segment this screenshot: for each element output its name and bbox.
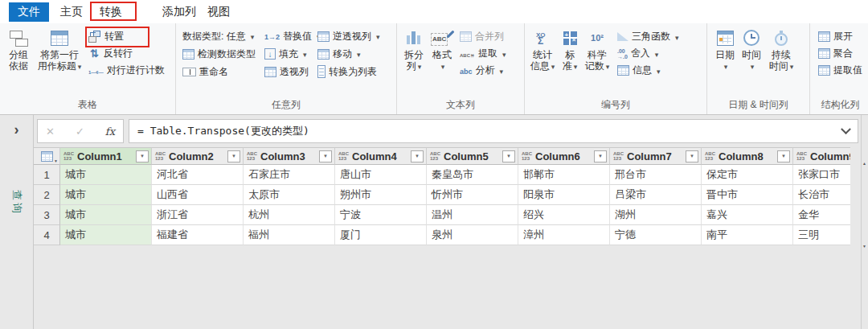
data-cell[interactable]: 朔州市: [335, 185, 427, 205]
cancel-formula-icon[interactable]: [46, 124, 55, 138]
column-filter-button[interactable]: [136, 150, 149, 162]
format-button[interactable]: 格式: [432, 27, 452, 72]
data-cell[interactable]: 湖州: [610, 205, 702, 225]
data-cell[interactable]: 城市: [60, 185, 152, 205]
data-type-button[interactable]: 数据类型: 任意: [181, 28, 260, 45]
group-by-button[interactable]: 分组依据: [5, 27, 32, 72]
data-cell[interactable]: 山西省: [152, 185, 244, 205]
unpivot-columns-button[interactable]: 逆透视列: [316, 28, 403, 45]
data-cell[interactable]: 三明: [793, 225, 850, 245]
data-cell[interactable]: 吕梁市: [610, 185, 702, 205]
column-header-column1[interactable]: ABC123Column1: [60, 147, 152, 165]
reverse-rows-button[interactable]: ⇅ 反转行: [87, 45, 166, 62]
column-filter-button[interactable]: [594, 150, 607, 162]
pivot-column-button[interactable]: 透视列: [263, 64, 313, 80]
aggregate-button[interactable]: 聚合: [817, 45, 868, 62]
duration-button[interactable]: 持续时间: [768, 27, 794, 72]
tab-view[interactable]: 视图: [204, 2, 233, 22]
information-button[interactable]: 信息: [616, 62, 681, 79]
column-filter-button[interactable]: [411, 150, 424, 162]
row-number[interactable]: 3: [34, 205, 60, 225]
column-filter-button[interactable]: [319, 150, 332, 162]
tab-file[interactable]: 文件: [9, 2, 49, 22]
data-cell[interactable]: 阳泉市: [518, 185, 610, 205]
data-cell[interactable]: 南平: [702, 225, 793, 245]
scientific-button[interactable]: 科学记数: [584, 27, 610, 72]
column-header-column2[interactable]: ABC123Column2: [152, 147, 244, 165]
data-cell[interactable]: 保定市: [702, 165, 793, 185]
data-cell[interactable]: 嘉兴: [702, 205, 793, 225]
column-header-column7[interactable]: ABC123Column7: [610, 147, 702, 165]
time-button[interactable]: 时间: [742, 27, 761, 72]
row-number[interactable]: 4: [34, 225, 60, 245]
column-header-column9[interactable]: ABC123Column9: [793, 147, 850, 165]
data-cell[interactable]: 厦门: [335, 225, 427, 245]
vertical-scrollbar[interactable]: ▲ ▼: [861, 115, 868, 329]
rounding-button[interactable]: 舍入: [616, 45, 681, 62]
data-cell[interactable]: 城市: [60, 165, 152, 185]
move-button[interactable]: 移动: [316, 46, 403, 63]
extract-values-button[interactable]: 提取值: [817, 62, 868, 79]
tab-transform[interactable]: 转换: [96, 2, 125, 22]
convert-to-list-button[interactable]: 转换为列表: [316, 64, 403, 80]
standard-button[interactable]: 标准: [561, 27, 579, 72]
row-number[interactable]: 2: [34, 185, 60, 205]
data-cell[interactable]: 宁波: [335, 205, 427, 225]
data-cell[interactable]: 太原市: [244, 185, 335, 205]
column-header-column4[interactable]: ABC123Column4: [335, 147, 427, 165]
data-cell[interactable]: 福州: [244, 225, 335, 245]
data-cell[interactable]: 浙江省: [152, 205, 244, 225]
data-cell[interactable]: 石家庄市: [244, 165, 335, 185]
data-cell[interactable]: 金华: [793, 205, 850, 225]
tab-add-column[interactable]: 添加列: [159, 2, 199, 22]
use-first-row-as-headers-button[interactable]: 将第一行用作标题: [37, 27, 82, 72]
data-cell[interactable]: 秦皇岛市: [427, 165, 518, 185]
data-cell[interactable]: 长治市: [793, 185, 850, 205]
column-header-column6[interactable]: ABC123Column6: [518, 147, 610, 165]
data-cell[interactable]: 忻州市: [427, 185, 518, 205]
data-cell[interactable]: 绍兴: [518, 205, 610, 225]
select-all-cell[interactable]: [34, 147, 60, 165]
data-cell[interactable]: 邯郸市: [518, 165, 610, 185]
scroll-down-icon[interactable]: ▼: [862, 244, 866, 249]
commit-formula-icon[interactable]: [76, 124, 84, 138]
transpose-button[interactable]: 转置: [87, 28, 166, 45]
merge-columns-button[interactable]: 合并列: [458, 28, 508, 45]
count-rows-button[interactable]: 对行进行计数: [87, 62, 166, 79]
column-filter-button[interactable]: [777, 150, 790, 162]
data-cell[interactable]: 城市: [60, 225, 152, 245]
extract-button[interactable]: 提取: [458, 45, 508, 62]
column-filter-button[interactable]: [686, 150, 698, 162]
column-filter-button[interactable]: [502, 150, 515, 162]
rename-button[interactable]: 重命名: [181, 64, 260, 80]
column-header-column8[interactable]: ABC123Column8: [702, 147, 793, 165]
split-column-button[interactable]: 拆分列: [402, 27, 426, 72]
tab-home[interactable]: 主页: [57, 2, 86, 22]
scroll-up-icon[interactable]: ▲: [862, 161, 866, 166]
data-cell[interactable]: 泉州: [427, 225, 518, 245]
date-button[interactable]: 日期: [715, 27, 735, 72]
expand-query-pane-button[interactable]: [9, 121, 25, 138]
data-cell[interactable]: 张家口市: [793, 165, 850, 185]
replace-values-button[interactable]: 替换值: [263, 28, 313, 45]
data-cell[interactable]: 福建省: [152, 225, 244, 245]
column-header-column3[interactable]: ABC123Column3: [244, 147, 335, 165]
column-filter-button[interactable]: [227, 150, 240, 162]
detect-data-type-button[interactable]: 检测数据类型: [181, 46, 260, 63]
data-cell[interactable]: 城市: [60, 205, 152, 225]
data-cell[interactable]: 杭州: [244, 205, 335, 225]
expand-button[interactable]: 展开: [817, 28, 868, 45]
formula-input[interactable]: = Table.Transpose(更改的类型): [129, 119, 858, 143]
fill-button[interactable]: 填充: [263, 46, 313, 63]
data-cell[interactable]: 漳州: [518, 225, 610, 245]
data-cell[interactable]: 河北省: [152, 165, 244, 185]
data-cell[interactable]: 邢台市: [610, 165, 702, 185]
row-number[interactable]: 1: [34, 165, 60, 185]
data-cell[interactable]: 宁德: [610, 225, 702, 245]
data-cell[interactable]: 温州: [427, 205, 518, 225]
parse-button[interactable]: 分析: [458, 62, 508, 79]
trigonometry-button[interactable]: 三角函数: [616, 28, 681, 45]
data-cell[interactable]: 唐山市: [335, 165, 427, 185]
column-header-column5[interactable]: ABC123Column5: [427, 147, 518, 165]
formula-expand-chevron-icon[interactable]: [841, 124, 851, 134]
